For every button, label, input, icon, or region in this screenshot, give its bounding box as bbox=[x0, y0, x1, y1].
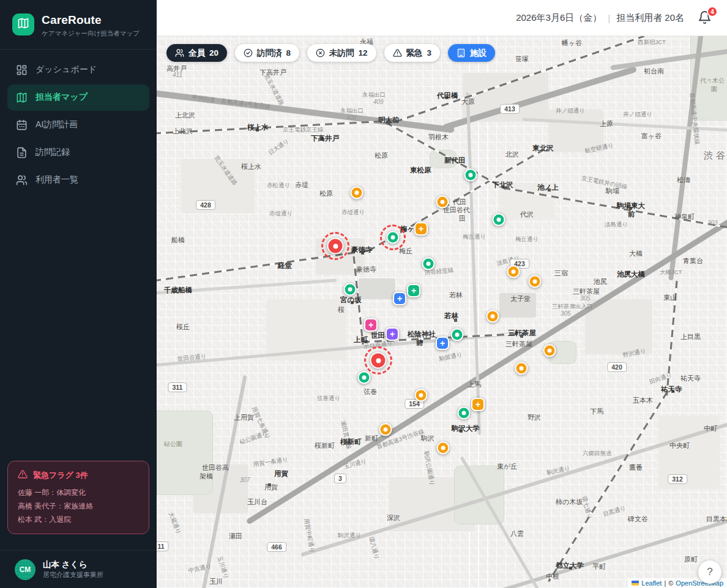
notifications-button[interactable]: 4 bbox=[698, 10, 712, 25]
client-marker-unvisited[interactable] bbox=[379, 423, 392, 436]
alert-triangle-icon bbox=[18, 469, 28, 481]
map-label: 井ノ頭通り bbox=[556, 107, 585, 115]
profile[interactable]: CM 山本 さくら 居宅介護支援事業所 bbox=[0, 550, 157, 588]
client-marker-unvisited[interactable] bbox=[529, 275, 542, 288]
emergency-panel-title: 緊急フラグ 3件 bbox=[33, 470, 88, 481]
facility-marker[interactable]: + bbox=[471, 398, 485, 411]
emergency-item: 高橋 美代子：家族連絡 bbox=[18, 499, 139, 513]
facility-marker[interactable]: + bbox=[436, 337, 449, 350]
notification-badge: 4 bbox=[707, 6, 718, 17]
building-icon bbox=[457, 48, 466, 58]
sidebar-nav: ダッシュボード担当者マップAI訪問計画訪問記録利用者一覧 bbox=[0, 50, 157, 201]
park-area bbox=[157, 411, 213, 495]
sidebar-item-clients[interactable]: 利用者一覧 bbox=[7, 167, 149, 193]
client-marker-visited[interactable] bbox=[451, 329, 464, 341]
client-marker-emergency[interactable] bbox=[327, 238, 344, 255]
brand: CareRoute ケアマネジャー向け担当者マップ bbox=[0, 0, 157, 50]
map-label: 松原 bbox=[375, 151, 388, 160]
map-label: 目黒通り bbox=[602, 504, 627, 519]
plus-icon: + bbox=[419, 225, 423, 233]
client-marker-visited[interactable] bbox=[422, 258, 435, 270]
filter-chip-all[interactable]: 全員20 bbox=[166, 44, 227, 62]
filter-chip-unvisited[interactable]: 未訪問12 bbox=[307, 44, 376, 62]
client-marker-visited[interactable] bbox=[464, 169, 477, 182]
client-marker-unvisited[interactable] bbox=[436, 196, 449, 209]
client-marker-unvisited[interactable] bbox=[415, 389, 428, 402]
sidebar-item-dashboard[interactable]: ダッシュボード bbox=[7, 57, 149, 83]
flag-icon bbox=[632, 581, 639, 586]
client-marker-unvisited[interactable] bbox=[437, 442, 450, 455]
railway bbox=[157, 120, 398, 135]
topbar: 2026年3月6日（金） | 担当利用者 20名 4 bbox=[157, 0, 727, 36]
client-marker-visited[interactable] bbox=[387, 231, 400, 244]
facility-marker[interactable]: + bbox=[364, 318, 378, 332]
filter-chip-urgent[interactable]: 緊急3 bbox=[384, 44, 441, 62]
app-title: CareRoute bbox=[42, 13, 140, 27]
facility-marker[interactable]: + bbox=[386, 327, 399, 341]
client-marker-unvisited[interactable] bbox=[351, 187, 364, 199]
map-label: 用賀 bbox=[264, 483, 278, 492]
topbar-client-count: 担当利用者 20名 bbox=[616, 12, 684, 24]
map-label: 上原 bbox=[600, 119, 613, 128]
client-marker-visited[interactable] bbox=[458, 407, 471, 420]
filter-chip-count: 12 bbox=[359, 48, 368, 58]
facility-marker[interactable]: + bbox=[393, 292, 406, 305]
map-label: 東山 bbox=[663, 293, 677, 302]
map-label: 弦巻 bbox=[364, 387, 377, 396]
map-label: 桜上水 bbox=[247, 123, 269, 132]
map-label: 池尻 bbox=[594, 277, 607, 286]
map-label: 大橋 bbox=[629, 249, 643, 258]
map-label: 大原 bbox=[461, 97, 475, 106]
client-marker-visited[interactable] bbox=[344, 283, 357, 296]
client-marker-visited[interactable] bbox=[493, 214, 505, 226]
map-label: 三宿 bbox=[554, 269, 568, 278]
map-label: 明大前 bbox=[378, 116, 400, 125]
route-shield: 311 bbox=[168, 382, 187, 392]
plus-icon: + bbox=[368, 321, 373, 329]
map-label: 松原 bbox=[319, 189, 333, 198]
filter-chip-visited[interactable]: 訪問済8 bbox=[235, 44, 299, 62]
filter-chip-label: 訪問済 bbox=[257, 48, 282, 59]
sidebar-item-ai-plan[interactable]: AI訪問計画 bbox=[7, 112, 149, 138]
map-label: 上馬 bbox=[468, 380, 481, 389]
client-marker-visited[interactable] bbox=[358, 371, 371, 384]
map-label: 日大通り bbox=[267, 137, 291, 157]
map-label: 411 bbox=[173, 72, 182, 78]
client-marker-unvisited[interactable] bbox=[487, 310, 499, 323]
filter-chip-facility[interactable]: 施設 bbox=[448, 44, 495, 62]
map-label: 船橋 bbox=[171, 236, 185, 245]
map-label: 上北沢 bbox=[173, 127, 193, 136]
client-marker-unvisited[interactable] bbox=[543, 344, 556, 357]
emergency-panel[interactable]: 緊急フラグ 3件 佐藤 一郎：体調変化高橋 美代子：家族連絡松本 武：入退院 bbox=[7, 461, 149, 534]
client-marker-emergency[interactable] bbox=[370, 352, 387, 369]
client-marker-unvisited[interactable] bbox=[507, 266, 520, 278]
map-label: 下高井戸 bbox=[311, 134, 339, 143]
facility-marker[interactable]: + bbox=[407, 284, 420, 297]
topbar-info: 2026年3月6日（金） | 担当利用者 20名 bbox=[516, 12, 684, 24]
facility-marker[interactable]: + bbox=[414, 222, 428, 236]
railway bbox=[548, 392, 668, 582]
map-label: 305 bbox=[580, 295, 591, 302]
map-label: 東北沢 bbox=[532, 144, 554, 153]
map-label: 桜 bbox=[338, 305, 345, 314]
attribution-divider: | bbox=[664, 579, 666, 587]
leaflet-link[interactable]: Leaflet bbox=[641, 579, 662, 587]
map-label: 駒沢通り bbox=[338, 532, 361, 540]
map-label: 大橋JCT bbox=[660, 269, 682, 277]
map-label: 408 bbox=[346, 114, 357, 121]
route-shield: 428 bbox=[196, 200, 215, 210]
sidebar-item-records[interactable]: 訪問記録 bbox=[7, 140, 149, 166]
map-label: 初台南 bbox=[644, 67, 664, 76]
map-label: 鷹番 bbox=[629, 463, 643, 472]
map-label: 梅丘通り bbox=[463, 233, 486, 241]
map-canvas[interactable]: 永福高井戸411下高井戸笹塚幡ヶ谷西新宿JCT初台南代々木公園首都高速中央環状線… bbox=[157, 36, 727, 588]
map-label: 荒玉水道道路 bbox=[262, 72, 285, 106]
sidebar: CareRoute ケアマネジャー向け担当者マップ ダッシュボード担当者マップA… bbox=[0, 0, 157, 588]
help-button[interactable]: ? bbox=[698, 560, 721, 584]
client-marker-unvisited[interactable] bbox=[515, 362, 528, 375]
sidebar-item-map[interactable]: 担当者マップ bbox=[7, 84, 149, 111]
map-label: 青葉台 bbox=[683, 256, 703, 266]
plus-icon: + bbox=[411, 286, 416, 295]
map-label: 神泉町 bbox=[674, 212, 695, 221]
check-circle-icon bbox=[244, 48, 253, 58]
